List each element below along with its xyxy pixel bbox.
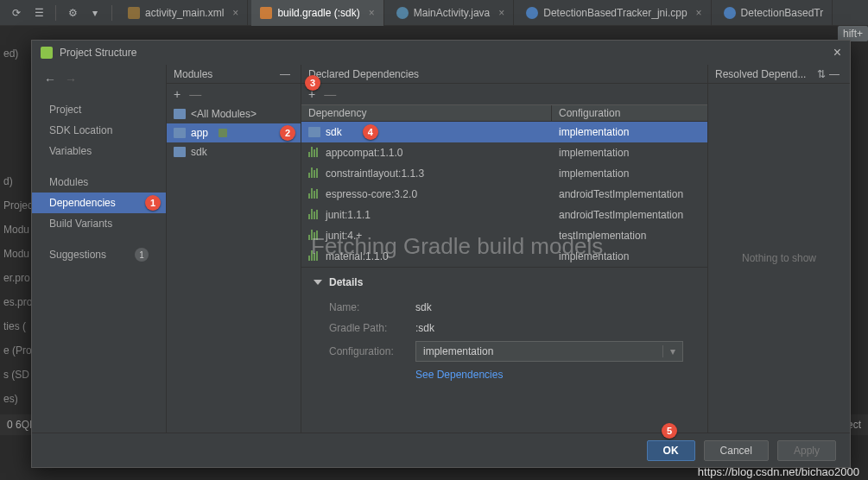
folder-icon <box>174 147 186 157</box>
panel-title: Resolved Depend... <box>715 68 806 80</box>
close-icon[interactable]: × <box>369 7 375 19</box>
nav-history: ← → <box>32 68 166 91</box>
nav-suggestions[interactable]: Suggestions 1 <box>32 244 166 265</box>
detail-config-label: Configuration: <box>329 345 415 357</box>
filter-icon[interactable]: ⇅ <box>817 68 826 80</box>
resolved-empty: Nothing to show <box>708 84 850 433</box>
dep-name: sdk <box>326 126 342 138</box>
deps-toolbar: + — 3 <box>301 84 707 104</box>
stack-icon[interactable]: ☰ <box>29 3 48 22</box>
nav-project[interactable]: Project <box>32 99 166 120</box>
deps-header: Declared Dependencies <box>301 65 707 84</box>
folder-icon <box>308 127 320 137</box>
dep-name: espresso-core:3.2.0 <box>326 188 417 200</box>
tab-build-gradle[interactable]: build.gradle (:sdk) × <box>251 0 383 26</box>
nav-dependencies[interactable]: Dependencies 1 <box>32 193 166 213</box>
see-dependencies-link[interactable]: See Dependencies <box>415 369 503 381</box>
nav-variables[interactable]: Variables <box>32 141 166 161</box>
nav-modules[interactable]: Modules <box>32 172 166 193</box>
library-icon <box>308 188 320 200</box>
dep-row-sdk[interactable]: sdk 4 implementation <box>301 122 707 142</box>
add-module-button[interactable]: + <box>174 87 181 101</box>
project-structure-dialog: Project Structure × ← → Project SDK Loca… <box>31 40 851 468</box>
button-label: Cancel <box>720 445 752 457</box>
module-sdk[interactable]: sdk <box>167 142 301 161</box>
remove-dependency-button[interactable]: — <box>324 87 336 101</box>
close-icon[interactable]: × <box>696 7 702 19</box>
col-configuration[interactable]: Configuration <box>552 105 707 121</box>
tab-label: MainActivity.java <box>414 7 490 19</box>
dep-name: junit:4.+ <box>326 230 362 242</box>
nav-build-variants[interactable]: Build Variants <box>32 213 166 234</box>
dep-row[interactable]: material:1.1.0 implementation <box>301 246 707 267</box>
configuration-select[interactable]: implementation ▾ <box>415 341 683 362</box>
annotation-badge-4: 4 <box>363 124 378 140</box>
annotation-badge-1: 1 <box>145 195 161 211</box>
tab-label: build.gradle (:sdk) <box>277 7 359 19</box>
gear-icon[interactable]: ⚙ <box>63 3 82 22</box>
nav-label: Modules <box>49 176 88 188</box>
close-icon[interactable]: × <box>498 7 504 19</box>
gradle-icon <box>260 7 272 19</box>
xml-icon <box>128 7 140 19</box>
detail-path-label: Gradle Path: <box>329 322 415 334</box>
deps-columns: Dependency Configuration <box>301 104 707 122</box>
module-label: <All Modules> <box>191 108 257 120</box>
nav-label: Variables <box>49 145 92 157</box>
c-icon <box>526 7 538 19</box>
apply-button[interactable]: Apply <box>777 440 836 461</box>
library-icon <box>308 147 320 159</box>
annotation-badge-5: 5 <box>662 423 677 439</box>
minimize-icon[interactable]: — <box>276 68 294 80</box>
button-label: Apply <box>794 445 820 457</box>
back-icon[interactable]: ← <box>44 73 56 86</box>
dep-row[interactable]: junit:4.+ testImplementation <box>301 225 707 246</box>
close-icon[interactable]: × <box>232 7 238 19</box>
panel-title: Declared Dependencies <box>308 68 419 80</box>
dep-conf: implementation <box>552 250 707 262</box>
dialog-title-text: Project Structure <box>60 47 136 59</box>
library-icon <box>308 250 320 262</box>
forward-icon[interactable]: → <box>65 73 77 86</box>
module-all[interactable]: <All Modules> <box>167 104 301 123</box>
minimize-icon[interactable]: — <box>826 68 843 80</box>
dep-row[interactable]: appcompat:1.1.0 implementation <box>301 142 707 163</box>
tab-label: activity_main.xml <box>145 7 224 19</box>
module-app[interactable]: app 2 <box>167 123 301 142</box>
col-dependency[interactable]: Dependency <box>301 105 552 121</box>
left-nav-panel: ← → Project SDK Location Variables Modul… <box>32 65 167 433</box>
tab-activity-main[interactable]: activity_main.xml × <box>119 0 248 26</box>
dep-row[interactable]: espresso-core:3.2.0 androidTestImplement… <box>301 184 707 205</box>
tab-label: DetectionBasedTracker_jni.cpp <box>543 7 687 19</box>
cancel-button[interactable]: Cancel <box>704 440 769 461</box>
nav-label: Build Variants <box>49 218 112 230</box>
dep-conf: implementation <box>552 126 707 138</box>
chevron-down-icon[interactable]: ▾ <box>86 3 105 22</box>
modules-toolbar: + — <box>167 84 301 104</box>
panel-title: Modules <box>174 68 212 80</box>
nav-label: Suggestions <box>49 249 106 261</box>
modules-panel: Modules — + — <All Modules> app 2 sdk <box>167 65 301 433</box>
module-label: app <box>191 127 208 139</box>
library-icon <box>308 167 320 180</box>
sync-icon[interactable]: ⟳ <box>7 3 26 22</box>
close-icon[interactable]: × <box>833 45 841 60</box>
library-icon <box>308 209 320 221</box>
dep-conf: testImplementation <box>552 230 707 242</box>
chevron-down-icon: ▾ <box>662 345 675 357</box>
dialog-body: ← → Project SDK Location Variables Modul… <box>32 65 850 433</box>
details-header[interactable]: Details <box>314 276 695 288</box>
tab-detection-tracker-cpp[interactable]: DetectionBasedTracker_jni.cpp × <box>517 0 711 26</box>
tab-detection-tracker-2[interactable]: DetectionBasedTr <box>715 0 833 26</box>
ok-button[interactable]: OK <box>647 440 695 461</box>
annotation-badge-3: 3 <box>305 75 320 91</box>
remove-module-button[interactable]: — <box>189 87 201 101</box>
tab-main-activity[interactable]: MainActivity.java × <box>388 0 515 26</box>
dep-row[interactable]: constraintlayout:1.1.3 implementation <box>301 163 707 184</box>
separator <box>55 5 56 21</box>
empty-text: Nothing to show <box>742 252 816 264</box>
dep-name: constraintlayout:1.1.3 <box>326 167 424 180</box>
library-icon <box>308 230 320 242</box>
nav-sdk-location[interactable]: SDK Location <box>32 120 166 141</box>
dep-row[interactable]: junit:1.1.1 androidTestImplementation <box>301 205 707 225</box>
